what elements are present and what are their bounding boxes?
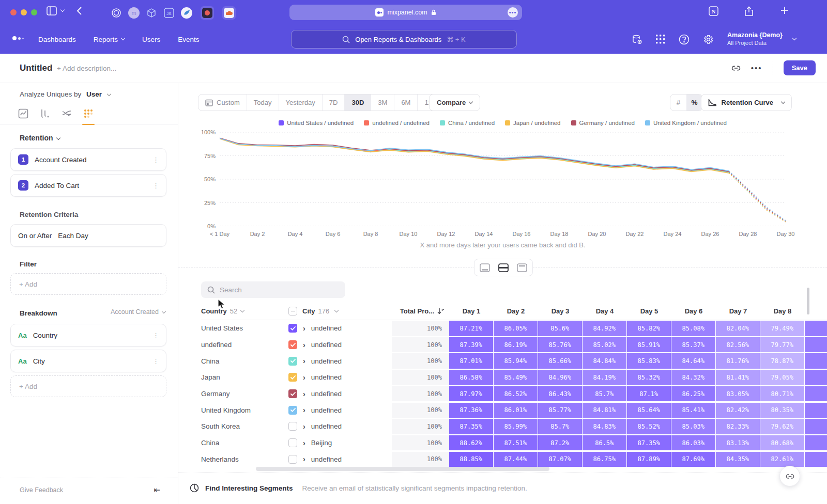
address-bar[interactable]: mixpanel.com ••• [289, 5, 522, 20]
expand-chevron-icon[interactable]: › [303, 373, 305, 382]
expand-chevron-icon[interactable]: › [303, 341, 305, 349]
legend-item[interactable]: Germany / undefined [571, 120, 635, 126]
breakdown-card-city[interactable]: Aa City ⋮ [10, 350, 166, 372]
copy-link-icon[interactable] [731, 64, 741, 73]
unit-percent-button[interactable]: % [686, 94, 702, 111]
expand-chevron-icon[interactable]: › [303, 390, 305, 398]
total-column-header[interactable]: Total Pro... [392, 307, 449, 315]
kebab-menu-icon[interactable]: ⋮ [152, 360, 159, 363]
floating-share-link-button[interactable] [779, 466, 800, 486]
settings-gear-icon[interactable] [703, 34, 714, 45]
legend-item[interactable]: undefined / undefined [364, 120, 430, 126]
row-checkbox[interactable] [288, 406, 297, 415]
red-dot-app-icon[interactable] [201, 6, 214, 20]
day-column-header[interactable]: Day 8 [760, 307, 805, 315]
day-column-header[interactable]: Day 1 [449, 307, 494, 315]
analyze-value[interactable]: User [86, 90, 102, 98]
layout-chart-only-button[interactable] [478, 261, 492, 274]
breakdown-scope-selector[interactable]: Account Created [111, 308, 165, 316]
sidebar-toggle-icon[interactable] [47, 6, 57, 15]
back-icon[interactable] [76, 6, 82, 15]
row-checkbox[interactable] [288, 389, 297, 398]
compare-button[interactable]: Compare [429, 94, 480, 111]
range-yesterday[interactable]: Yesterday [279, 94, 323, 111]
new-tab-plus-icon[interactable] [780, 6, 789, 14]
notion-icon[interactable]: N [709, 6, 718, 16]
day-column-header[interactable]: Day 2 [494, 307, 538, 315]
add-description-button[interactable]: + Add description... [57, 65, 116, 72]
legend-item[interactable]: United Kingdom / undefined [645, 120, 727, 126]
global-search-button[interactable]: Open Reports & Dashboards ⌘ + K [291, 30, 517, 49]
give-feedback-link[interactable]: Give Feedback [20, 486, 63, 494]
nav-item-reports[interactable]: Reports [94, 36, 125, 43]
select-all-checkbox[interactable] [288, 307, 297, 316]
chart-type-selector[interactable]: Retention Curve [701, 94, 792, 111]
day-column-header[interactable]: Day 6 [671, 307, 716, 315]
kebab-menu-icon[interactable]: ⋮ [152, 159, 159, 161]
data-management-icon[interactable] [632, 34, 642, 45]
tab-group-chevron-icon[interactable] [61, 9, 64, 12]
expand-chevron-icon[interactable]: › [303, 455, 305, 463]
minimize-window-button[interactable] [21, 9, 27, 15]
legend-item[interactable]: United States / undefined [279, 120, 354, 126]
filter-add-button[interactable]: + Add [10, 273, 166, 295]
horizontal-scrollbar[interactable] [256, 467, 549, 471]
apps-grid-icon[interactable] [656, 35, 665, 44]
expand-chevron-icon[interactable]: › [303, 422, 305, 431]
country-column-header[interactable]: Country 52 [201, 307, 288, 315]
help-icon[interactable] [679, 34, 690, 45]
range-today[interactable]: Today [247, 94, 279, 111]
nav-item-events[interactable]: Events [178, 36, 199, 43]
kebab-menu-icon[interactable]: ⋮ [152, 184, 159, 187]
find-segments-title[interactable]: Find Interesting Segments [205, 484, 293, 492]
close-window-button[interactable] [10, 9, 17, 15]
row-checkbox[interactable] [288, 357, 297, 366]
tab-retention[interactable] [82, 107, 95, 120]
vertical-scrollbar[interactable] [807, 288, 809, 314]
zoom-window-button[interactable] [31, 9, 37, 15]
layout-table-only-button[interactable] [515, 261, 529, 274]
expand-chevron-icon[interactable]: › [303, 439, 305, 447]
expand-chevron-icon[interactable]: › [303, 357, 305, 365]
retention-criteria-card[interactable]: On or After Each Day [10, 224, 166, 247]
more-options-icon[interactable]: ••• [751, 64, 762, 72]
tab-insights[interactable] [17, 107, 30, 120]
expand-chevron-icon[interactable]: › [303, 406, 305, 414]
breakdown-card-country[interactable]: Aa Country ⋮ [10, 324, 166, 346]
expand-chevron-icon[interactable]: › [303, 324, 305, 333]
breakdown-add-button[interactable]: + Add [10, 375, 166, 397]
analyze-uniques-row[interactable]: Analyze Uniques by User [20, 90, 111, 98]
save-button[interactable]: Save [784, 60, 816, 75]
legend-item[interactable]: Japan / undefined [505, 120, 560, 126]
row-checkbox[interactable] [288, 422, 297, 431]
retention-chart[interactable] [220, 132, 786, 226]
tab-funnels[interactable] [38, 107, 52, 120]
day-column-header[interactable]: Day 5 [627, 307, 671, 315]
range-custom[interactable]: Custom [198, 94, 247, 111]
unit-number-button[interactable]: # [670, 94, 686, 111]
day-column-header[interactable]: Day 3 [538, 307, 583, 315]
row-checkbox[interactable] [288, 340, 297, 349]
range-3m[interactable]: 3M [371, 94, 394, 111]
nav-item-users[interactable]: Users [142, 36, 160, 43]
cube-icon[interactable] [145, 6, 158, 20]
day-column-header[interactable]: Day 7 [716, 307, 760, 315]
page-options-icon[interactable]: ••• [508, 7, 518, 18]
criteria-on-or-after[interactable]: On or After [18, 232, 52, 240]
window-controls[interactable] [10, 9, 37, 15]
range-30d[interactable]: 30D [345, 94, 371, 111]
nav-item-dashboards[interactable]: Dashboards [38, 36, 76, 43]
row-checkbox[interactable] [288, 324, 297, 333]
step-card-added-to-cart[interactable]: 2 Added To Cart ⋮ [10, 174, 166, 197]
collapse-sidebar-icon[interactable]: ⇤ [154, 485, 160, 495]
cloud-app-icon[interactable] [222, 6, 236, 20]
criteria-each-day[interactable]: Each Day [58, 232, 159, 240]
tab-flows[interactable] [60, 107, 73, 120]
project-switcher[interactable]: Amazonia {Demo} All Project Data [727, 32, 783, 46]
layout-split-button[interactable] [496, 261, 511, 274]
step-card-account-created[interactable]: 1 Account Created ⋮ [10, 148, 166, 171]
bird-icon[interactable] [180, 6, 193, 20]
day-column-header[interactable]: Day 4 [583, 307, 627, 315]
row-checkbox[interactable] [288, 438, 297, 447]
table-search[interactable] [201, 281, 345, 298]
